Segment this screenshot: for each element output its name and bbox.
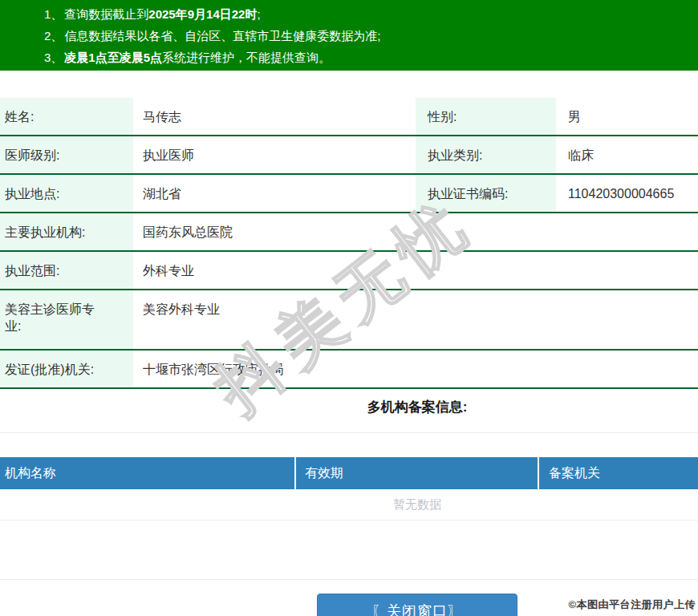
notice-number: 2、 — [44, 29, 63, 43]
field-value-practice-scope: 外科专业 — [133, 252, 698, 289]
query-result-page: 1、查询数据截止到2025年9月14日22时; 2、信息数据结果以各省、自治区、… — [0, 0, 698, 616]
column-header-institution-name: 机构名称 — [0, 457, 294, 489]
table-row: 执业范围: 外科专业 — [0, 252, 698, 290]
field-value-issuing-authority: 十堰市张湾区行政审批局 — [133, 351, 698, 387]
field-label-issuing-authority: 发证(批准)机关: — [0, 351, 133, 387]
table-row: 美容主诊医师专业: 美容外科专业 — [0, 290, 698, 351]
notice-text: 信息数据结果以各省、自治区、直辖市卫生健康委数据为准; — [64, 29, 380, 43]
field-value-practice-category: 临床 — [556, 136, 698, 173]
table-header-row: 机构名称 有效期 备案机关 — [0, 457, 698, 489]
field-label-cosmetic-specialty: 美容主诊医师专业: — [0, 290, 133, 349]
column-header-filing-authority: 备案机关 — [538, 457, 698, 489]
field-label-doctor-level: 医师级别: — [0, 136, 133, 173]
field-value-certificate-number: 110420300004665 — [556, 175, 698, 212]
field-value-practice-location: 湖北省 — [133, 175, 416, 212]
notice-text: ; — [257, 7, 260, 21]
notice-text: 系统进行维护，不能提供查询。 — [162, 51, 331, 64]
field-label-name: 姓名: — [0, 98, 133, 135]
table-row: 主要执业机构: 国药东风总医院 — [0, 213, 698, 252]
section-title-multi-institution: 多机构备案信息: — [0, 398, 698, 416]
doctor-info-table: 姓名: 马传志 性别: 男 医师级别: 执业医师 执业类别: 临床 执业地点: … — [0, 98, 698, 389]
field-value-name: 马传志 — [133, 98, 416, 135]
empty-data-placeholder: 暂无数据 — [0, 489, 698, 521]
multi-institution-table: 机构名称 有效期 备案机关 暂无数据 — [0, 457, 698, 521]
close-window-button[interactable]: 〖关闭窗口〗 — [317, 594, 517, 616]
notice-text-bold: 2025年9月14日22时 — [148, 7, 257, 21]
notice-banner: 1、查询数据截止到2025年9月14日22时; 2、信息数据结果以各省、自治区、… — [0, 0, 698, 71]
notice-item: 1、查询数据截止到2025年9月14日22时; — [44, 3, 698, 25]
notice-number: 1、 — [44, 7, 63, 21]
notice-text-bold: 凌晨1点至凌晨5点 — [64, 51, 162, 64]
notice-item: 2、信息数据结果以各省、自治区、直辖市卫生健康委数据为准; — [44, 25, 698, 47]
field-value-gender: 男 — [556, 98, 698, 135]
field-label-certificate-number: 执业证书编码: — [416, 175, 556, 212]
table-row: 执业地点: 湖北省 执业证书编码: 110420300004665 — [0, 175, 698, 213]
section-divider — [0, 432, 698, 433]
copyright-watermark: ©本图由平台注册用户上传 — [568, 598, 696, 612]
notice-text: 查询数据截止到 — [64, 7, 148, 21]
content-container: 1、查询数据截止到2025年9月14日22时; 2、信息数据结果以各省、自治区、… — [0, 0, 698, 616]
field-value-cosmetic-specialty: 美容外科专业 — [133, 290, 698, 349]
table-row: 姓名: 马传志 性别: 男 — [0, 98, 698, 136]
table-row: 发证(批准)机关: 十堰市张湾区行政审批局 — [0, 351, 698, 389]
table-row: 医师级别: 执业医师 执业类别: 临床 — [0, 136, 698, 175]
field-label-practice-category: 执业类别: — [416, 136, 556, 173]
content-spacer — [0, 521, 698, 580]
field-label-practice-scope: 执业范围: — [0, 252, 133, 289]
field-value-main-institution: 国药东风总医院 — [133, 213, 698, 250]
field-value-doctor-level: 执业医师 — [133, 136, 416, 173]
field-label-practice-location: 执业地点: — [0, 175, 133, 212]
field-label-gender: 性别: — [416, 98, 556, 135]
column-header-validity-period: 有效期 — [294, 457, 538, 489]
field-label-main-institution: 主要执业机构: — [0, 213, 133, 250]
notice-item: 3、凌晨1点至凌晨5点系统进行维护，不能提供查询。 — [44, 47, 698, 68]
notice-number: 3、 — [44, 51, 63, 64]
